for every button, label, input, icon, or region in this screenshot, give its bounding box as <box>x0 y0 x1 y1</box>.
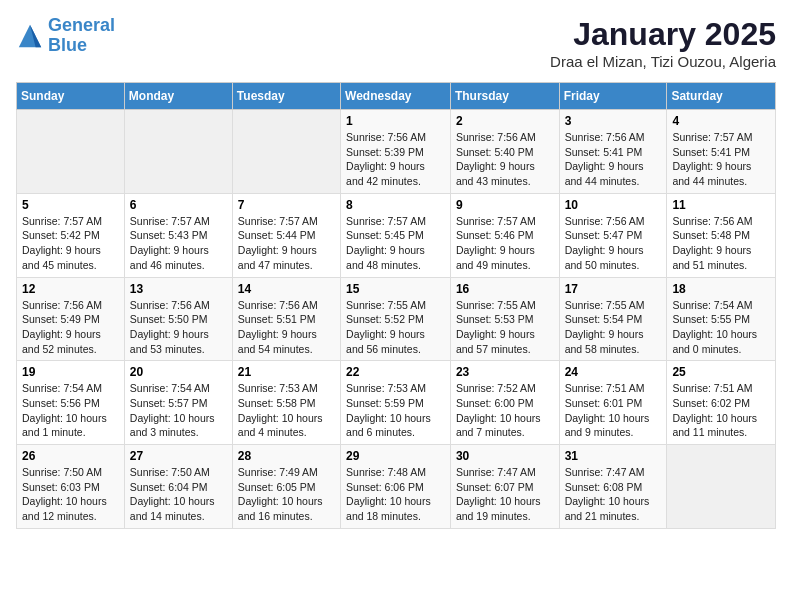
calendar-cell: 25Sunrise: 7:51 AM Sunset: 6:02 PM Dayli… <box>667 361 776 445</box>
calendar-cell <box>232 110 340 194</box>
calendar-cell: 29Sunrise: 7:48 AM Sunset: 6:06 PM Dayli… <box>341 445 451 529</box>
day-number: 3 <box>565 114 662 128</box>
weekday-header: Friday <box>559 83 667 110</box>
day-info: Sunrise: 7:51 AM Sunset: 6:02 PM Dayligh… <box>672 381 770 440</box>
day-info: Sunrise: 7:57 AM Sunset: 5:46 PM Dayligh… <box>456 214 554 273</box>
day-info: Sunrise: 7:56 AM Sunset: 5:48 PM Dayligh… <box>672 214 770 273</box>
day-number: 14 <box>238 282 335 296</box>
calendar-cell: 20Sunrise: 7:54 AM Sunset: 5:57 PM Dayli… <box>124 361 232 445</box>
day-info: Sunrise: 7:56 AM Sunset: 5:40 PM Dayligh… <box>456 130 554 189</box>
calendar-cell: 6Sunrise: 7:57 AM Sunset: 5:43 PM Daylig… <box>124 193 232 277</box>
calendar-cell: 31Sunrise: 7:47 AM Sunset: 6:08 PM Dayli… <box>559 445 667 529</box>
day-number: 5 <box>22 198 119 212</box>
day-number: 20 <box>130 365 227 379</box>
day-info: Sunrise: 7:53 AM Sunset: 5:59 PM Dayligh… <box>346 381 445 440</box>
calendar-table: SundayMondayTuesdayWednesdayThursdayFrid… <box>16 82 776 529</box>
day-number: 10 <box>565 198 662 212</box>
weekday-header: Wednesday <box>341 83 451 110</box>
day-number: 27 <box>130 449 227 463</box>
calendar-cell: 22Sunrise: 7:53 AM Sunset: 5:59 PM Dayli… <box>341 361 451 445</box>
day-number: 15 <box>346 282 445 296</box>
day-info: Sunrise: 7:57 AM Sunset: 5:44 PM Dayligh… <box>238 214 335 273</box>
day-info: Sunrise: 7:53 AM Sunset: 5:58 PM Dayligh… <box>238 381 335 440</box>
day-number: 31 <box>565 449 662 463</box>
calendar-cell: 27Sunrise: 7:50 AM Sunset: 6:04 PM Dayli… <box>124 445 232 529</box>
day-info: Sunrise: 7:54 AM Sunset: 5:57 PM Dayligh… <box>130 381 227 440</box>
day-info: Sunrise: 7:55 AM Sunset: 5:52 PM Dayligh… <box>346 298 445 357</box>
calendar-cell: 19Sunrise: 7:54 AM Sunset: 5:56 PM Dayli… <box>17 361 125 445</box>
calendar-cell: 9Sunrise: 7:57 AM Sunset: 5:46 PM Daylig… <box>450 193 559 277</box>
calendar-cell <box>17 110 125 194</box>
day-number: 7 <box>238 198 335 212</box>
day-info: Sunrise: 7:56 AM Sunset: 5:51 PM Dayligh… <box>238 298 335 357</box>
day-info: Sunrise: 7:49 AM Sunset: 6:05 PM Dayligh… <box>238 465 335 524</box>
calendar-cell: 3Sunrise: 7:56 AM Sunset: 5:41 PM Daylig… <box>559 110 667 194</box>
day-number: 26 <box>22 449 119 463</box>
weekday-header: Saturday <box>667 83 776 110</box>
calendar-cell: 15Sunrise: 7:55 AM Sunset: 5:52 PM Dayli… <box>341 277 451 361</box>
month-title: January 2025 <box>550 16 776 53</box>
logo-line2: Blue <box>48 35 87 55</box>
calendar-cell: 7Sunrise: 7:57 AM Sunset: 5:44 PM Daylig… <box>232 193 340 277</box>
logo: General Blue <box>16 16 115 56</box>
calendar-cell: 12Sunrise: 7:56 AM Sunset: 5:49 PM Dayli… <box>17 277 125 361</box>
day-number: 22 <box>346 365 445 379</box>
day-number: 4 <box>672 114 770 128</box>
logo-line1: General <box>48 15 115 35</box>
day-info: Sunrise: 7:48 AM Sunset: 6:06 PM Dayligh… <box>346 465 445 524</box>
title-area: January 2025 Draa el Mizan, Tizi Ouzou, … <box>550 16 776 70</box>
day-number: 13 <box>130 282 227 296</box>
calendar-cell: 21Sunrise: 7:53 AM Sunset: 5:58 PM Dayli… <box>232 361 340 445</box>
day-number: 29 <box>346 449 445 463</box>
calendar-week-row: 12Sunrise: 7:56 AM Sunset: 5:49 PM Dayli… <box>17 277 776 361</box>
day-number: 16 <box>456 282 554 296</box>
day-info: Sunrise: 7:55 AM Sunset: 5:53 PM Dayligh… <box>456 298 554 357</box>
weekday-header-row: SundayMondayTuesdayWednesdayThursdayFrid… <box>17 83 776 110</box>
header: General Blue January 2025 Draa el Mizan,… <box>16 16 776 70</box>
day-number: 12 <box>22 282 119 296</box>
day-number: 8 <box>346 198 445 212</box>
calendar-cell <box>124 110 232 194</box>
day-number: 1 <box>346 114 445 128</box>
day-info: Sunrise: 7:56 AM Sunset: 5:49 PM Dayligh… <box>22 298 119 357</box>
day-number: 9 <box>456 198 554 212</box>
calendar-cell <box>667 445 776 529</box>
calendar-cell: 24Sunrise: 7:51 AM Sunset: 6:01 PM Dayli… <box>559 361 667 445</box>
calendar-cell: 28Sunrise: 7:49 AM Sunset: 6:05 PM Dayli… <box>232 445 340 529</box>
day-info: Sunrise: 7:54 AM Sunset: 5:55 PM Dayligh… <box>672 298 770 357</box>
calendar-week-row: 19Sunrise: 7:54 AM Sunset: 5:56 PM Dayli… <box>17 361 776 445</box>
day-info: Sunrise: 7:57 AM Sunset: 5:43 PM Dayligh… <box>130 214 227 273</box>
day-info: Sunrise: 7:50 AM Sunset: 6:04 PM Dayligh… <box>130 465 227 524</box>
day-number: 25 <box>672 365 770 379</box>
calendar-cell: 11Sunrise: 7:56 AM Sunset: 5:48 PM Dayli… <box>667 193 776 277</box>
calendar-cell: 1Sunrise: 7:56 AM Sunset: 5:39 PM Daylig… <box>341 110 451 194</box>
calendar-week-row: 26Sunrise: 7:50 AM Sunset: 6:03 PM Dayli… <box>17 445 776 529</box>
day-number: 11 <box>672 198 770 212</box>
calendar-cell: 17Sunrise: 7:55 AM Sunset: 5:54 PM Dayli… <box>559 277 667 361</box>
day-number: 23 <box>456 365 554 379</box>
calendar-cell: 18Sunrise: 7:54 AM Sunset: 5:55 PM Dayli… <box>667 277 776 361</box>
day-number: 24 <box>565 365 662 379</box>
day-info: Sunrise: 7:56 AM Sunset: 5:41 PM Dayligh… <box>565 130 662 189</box>
calendar-cell: 30Sunrise: 7:47 AM Sunset: 6:07 PM Dayli… <box>450 445 559 529</box>
calendar-cell: 23Sunrise: 7:52 AM Sunset: 6:00 PM Dayli… <box>450 361 559 445</box>
calendar-cell: 2Sunrise: 7:56 AM Sunset: 5:40 PM Daylig… <box>450 110 559 194</box>
calendar-cell: 26Sunrise: 7:50 AM Sunset: 6:03 PM Dayli… <box>17 445 125 529</box>
day-info: Sunrise: 7:50 AM Sunset: 6:03 PM Dayligh… <box>22 465 119 524</box>
day-number: 6 <box>130 198 227 212</box>
day-number: 21 <box>238 365 335 379</box>
weekday-header: Thursday <box>450 83 559 110</box>
calendar-cell: 4Sunrise: 7:57 AM Sunset: 5:41 PM Daylig… <box>667 110 776 194</box>
day-number: 17 <box>565 282 662 296</box>
calendar-cell: 16Sunrise: 7:55 AM Sunset: 5:53 PM Dayli… <box>450 277 559 361</box>
logo-text: General Blue <box>48 16 115 56</box>
location: Draa el Mizan, Tizi Ouzou, Algeria <box>550 53 776 70</box>
day-number: 30 <box>456 449 554 463</box>
day-info: Sunrise: 7:56 AM Sunset: 5:50 PM Dayligh… <box>130 298 227 357</box>
weekday-header: Tuesday <box>232 83 340 110</box>
day-info: Sunrise: 7:54 AM Sunset: 5:56 PM Dayligh… <box>22 381 119 440</box>
day-info: Sunrise: 7:47 AM Sunset: 6:08 PM Dayligh… <box>565 465 662 524</box>
day-info: Sunrise: 7:57 AM Sunset: 5:45 PM Dayligh… <box>346 214 445 273</box>
day-info: Sunrise: 7:57 AM Sunset: 5:41 PM Dayligh… <box>672 130 770 189</box>
day-info: Sunrise: 7:52 AM Sunset: 6:00 PM Dayligh… <box>456 381 554 440</box>
